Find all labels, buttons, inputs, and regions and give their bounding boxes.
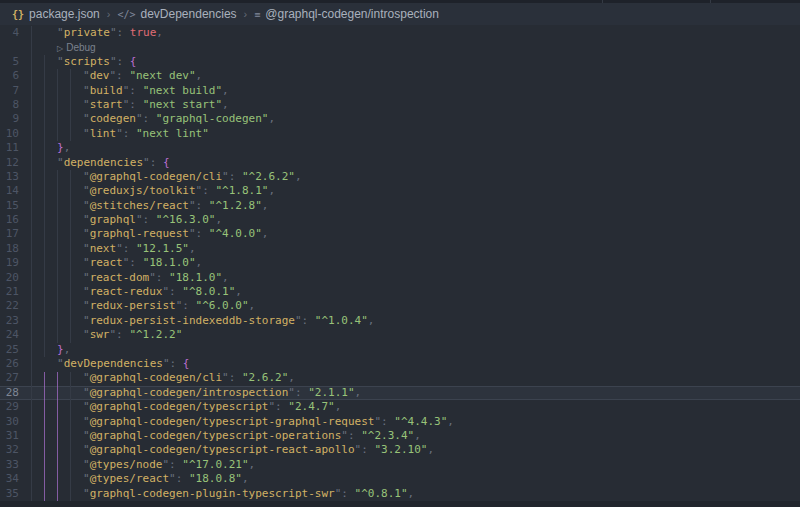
json-string-value: "3.2.10" [374,443,427,456]
json-key: @graphql-codegen/typescript-graphql-requ… [90,415,375,428]
breadcrumb-item-file[interactable]: {} package.json [12,7,100,21]
breadcrumb-item-symbol[interactable]: </> devDependencies [117,7,236,21]
line-number[interactable]: 4 [0,26,19,40]
symbol-object-icon: </> [117,9,135,20]
line-number[interactable]: 21 [0,285,19,299]
code-line[interactable]: 29"@graphql-codegen/typescript": "2.4.7"… [0,400,800,414]
line-number[interactable]: 32 [0,443,19,457]
line-number[interactable]: 11 [0,141,19,155]
open-brace: { [163,156,170,169]
code-line[interactable]: 33"@types/node": "^17.0.21", [0,458,800,472]
quote: " [83,472,90,485]
code-line[interactable]: 17"graphql-request": "^4.0.0", [0,227,800,241]
codelens-label: Debug [66,42,95,53]
code-line[interactable]: 15"@stitches/react": "^1.2.8", [0,199,800,213]
json-key: @types/react [90,472,169,485]
code-line[interactable]: 5"scripts": { [0,55,800,69]
line-content: "swr": "^1.2.2" [83,328,182,342]
line-number[interactable]: 17 [0,227,19,241]
quote: " [83,227,90,240]
line-number[interactable]: 5 [0,55,19,69]
code-line[interactable]: 4"private": true, [0,26,800,40]
json-key: private [64,26,110,39]
line-number[interactable]: 26 [0,357,19,371]
code-line[interactable]: 16"graphql": "^16.3.0", [0,213,800,227]
line-number[interactable]: 13 [0,170,19,184]
line-number[interactable]: 14 [0,184,19,198]
code-line[interactable]: 11}, [0,141,800,155]
codelens-row[interactable]: ▷Debug [0,40,800,54]
code-line[interactable]: 6"dev": "next dev", [0,69,800,83]
line-number[interactable]: 7 [0,84,19,98]
comma: , [427,443,434,456]
line-number[interactable]: 8 [0,98,19,112]
quote: " [83,415,90,428]
line-number[interactable]: 25 [0,343,19,357]
line-number[interactable]: 23 [0,314,19,328]
code-line[interactable]: 27"@graphql-codegen/cli": "2.6.2", [0,371,800,385]
line-content: }, [57,141,70,155]
code-line[interactable]: 19"react": "18.1.0", [0,256,800,270]
code-line[interactable]: 31"@graphql-codegen/typescript-operation… [0,429,800,443]
json-string-value: "graphql-codegen" [156,112,269,125]
line-number[interactable]: 24 [0,328,19,342]
comma: , [242,472,249,485]
line-number[interactable]: 31 [0,429,19,443]
quote-colon: ": [116,127,136,140]
line-number[interactable]: 18 [0,242,19,256]
quote-colon: ": [176,299,196,312]
code-line[interactable]: 12"dependencies": { [0,156,800,170]
line-number[interactable]: 6 [0,69,19,83]
code-line[interactable]: 13"@graphql-codegen/cli": "^2.6.2", [0,170,800,184]
quote: " [83,98,90,111]
comma: , [64,343,71,356]
line-number[interactable]: 33 [0,458,19,472]
code-line[interactable]: 23"redux-persist-indexeddb-storage": "^1… [0,314,800,328]
code-line[interactable]: 7"build": "next build", [0,84,800,98]
code-line[interactable]: 24"swr": "^1.2.2" [0,328,800,342]
code-line[interactable]: 8"start": "next start", [0,98,800,112]
code-line[interactable]: 28"@graphql-codegen/introspection": "2.1… [0,386,800,400]
code-line[interactable]: 30"@graphql-codegen/typescript-graphql-r… [0,415,800,429]
line-number[interactable]: 15 [0,199,19,213]
json-string-value: "2.4.7" [288,400,334,413]
code-line[interactable]: 18"next": "12.1.5", [0,242,800,256]
line-number[interactable]: 30 [0,415,19,429]
line-number[interactable]: 10 [0,127,19,141]
code-line[interactable]: 21"react-redux": "^8.0.1", [0,285,800,299]
quote-colon: ": [355,443,375,456]
line-number[interactable]: 29 [0,400,19,414]
code-line[interactable]: 10"lint": "next lint" [0,127,800,141]
line-number[interactable]: 9 [0,112,19,126]
code-line[interactable]: 9"codegen": "graphql-codegen", [0,112,800,126]
json-string-value: "^0.8.1" [355,487,408,500]
line-number[interactable]: 28 [0,387,19,399]
breadcrumb-item-property[interactable]: ≡ @graphql-codegen/introspection [254,7,439,21]
code-line[interactable]: 14"@reduxjs/toolkit": "^1.8.1", [0,184,800,198]
line-content: "@stitches/react": "^1.2.8", [83,199,268,213]
quote: " [83,271,90,284]
line-number[interactable]: 27 [0,371,19,385]
play-icon: ▷ [57,44,63,53]
comma: , [335,400,342,413]
line-number[interactable]: 19 [0,256,19,270]
code-line[interactable]: 34"@types/react": "18.0.8", [0,472,800,486]
json-string-value: "2.1.1" [308,386,354,399]
line-number[interactable]: 22 [0,299,19,313]
line-number[interactable]: 12 [0,156,19,170]
code-line[interactable]: 20"react-dom": "18.1.0", [0,271,800,285]
line-number[interactable]: 16 [0,213,19,227]
json-string-value: "^4.0.0" [209,227,262,240]
quote: " [83,328,90,341]
chevron-right-icon: › [107,8,111,20]
code-line[interactable]: 25}, [0,343,800,357]
quote: " [57,156,64,169]
code-line[interactable]: 35"graphql-codegen-plugin-typescript-swr… [0,487,800,501]
line-number[interactable]: 35 [0,487,19,501]
code-line[interactable]: 22"redux-persist": "^6.0.0", [0,299,800,313]
quote-colon: ": [268,400,288,413]
code-line[interactable]: 32"@graphql-codegen/typescript-react-apo… [0,443,800,457]
line-number[interactable]: 34 [0,472,19,486]
line-number[interactable]: 20 [0,271,19,285]
code-line[interactable]: 26"devDependencies": { [0,357,800,371]
